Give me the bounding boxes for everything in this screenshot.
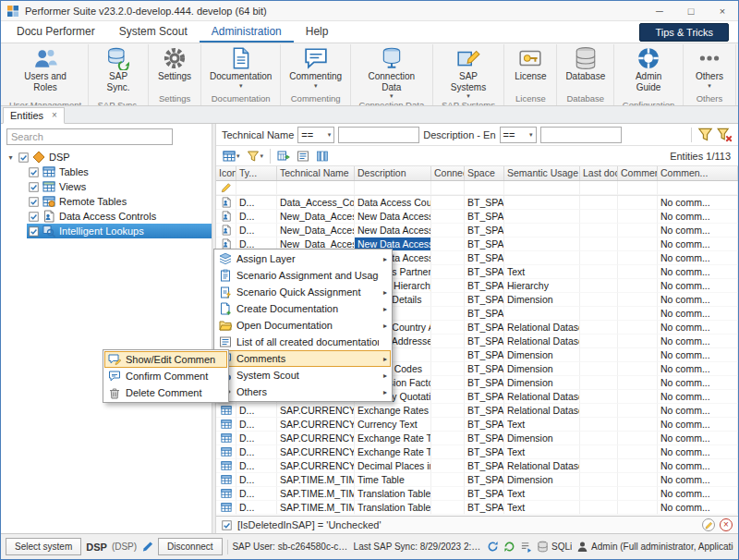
table-row[interactable]: D... New_Data_Access_ New Data Access Co… — [216, 210, 738, 224]
menu-item-show-edit-comment[interactable]: Show/Edit Comment ▸ — [104, 351, 227, 368]
menu-item-comments[interactable]: Comments ▸ — [215, 350, 391, 367]
sidebar-item-data-access-controls[interactable]: Data Access Controls — [27, 209, 212, 224]
ribbon-button-commenting[interactable]: Commenting ▾ — [285, 45, 345, 89]
ribbon-button-others[interactable]: Others ▾ — [688, 45, 731, 89]
column-header-1[interactable]: Ty... — [236, 166, 277, 180]
menu-tab-administration[interactable]: Administration — [200, 21, 294, 43]
select-system-button[interactable]: Select system — [6, 538, 81, 555]
ribbon-button-connection-data[interactable]: Connection Data ▾ — [356, 45, 428, 99]
column-chooser-button[interactable] — [314, 148, 331, 164]
checkbox-icon[interactable] — [29, 182, 39, 192]
checkbox-icon[interactable] — [29, 197, 39, 207]
checkbox-icon[interactable] — [29, 226, 39, 237]
ribbon-button-documentation[interactable]: Documentation ▾ — [206, 45, 275, 89]
column-header-3[interactable]: Description — [355, 166, 431, 180]
ribbon-button-admin-guide[interactable]: Admin Guide ▾ — [619, 45, 678, 99]
column-header-5[interactable]: Space — [465, 166, 504, 180]
view-mode-button[interactable]: ▾ — [221, 148, 242, 164]
menu-item-confirm-comment[interactable]: Confirm Comment ▸ — [104, 368, 227, 384]
tab-close-icon[interactable]: × — [52, 111, 57, 120]
clear-filter-icon[interactable] — [717, 127, 733, 142]
filter-presets-button[interactable]: ▾ — [245, 148, 266, 164]
column-header-9[interactable]: Commen... — [658, 166, 738, 180]
column-header-7[interactable]: Last doc... — [580, 166, 618, 180]
refresh-icon[interactable] — [487, 541, 499, 553]
list-view-button[interactable] — [295, 148, 311, 164]
tab-entities[interactable]: Entities × — [3, 107, 65, 124]
cell-description[interactable]: Exchange Rate Type... — [355, 432, 431, 445]
cell-description[interactable]: Translation Table - Day — [355, 487, 431, 501]
filter-expression[interactable]: [IsDeletedInSAP] = 'Unchecked' — [237, 519, 382, 530]
cell-description[interactable]: Exchange Rate Type... — [355, 445, 431, 459]
minimize-icon[interactable]: ─ — [644, 1, 675, 20]
checkbox-icon[interactable] — [18, 152, 29, 163]
cell-description[interactable]: New Data Access Co... — [355, 210, 431, 224]
table-row[interactable]: D... SAP.TIME.M_TIME_ Time Table BT_SPA.… — [216, 473, 738, 487]
cell-description[interactable]: Currency Text — [355, 418, 431, 432]
filter-field2-operator[interactable]: == ▾ — [500, 127, 537, 143]
table-row[interactable]: D... SAP.TIME.M_TIME_ Translation Table … — [216, 487, 738, 501]
close-filter-icon[interactable]: × — [720, 518, 733, 531]
table-row[interactable]: D... Data_Access_Coun Data Access Countr… — [216, 196, 738, 210]
export-button[interactable] — [275, 148, 292, 164]
ribbon-button-settings[interactable]: Settings ▾ — [153, 45, 196, 89]
table-row[interactable]: D... SAP.CURRENCY.TA Currency Text BT_SP… — [216, 418, 738, 432]
disconnect-button[interactable]: Disconnect — [158, 538, 222, 555]
ribbon-button-database[interactable]: Database ▾ — [562, 45, 609, 89]
cell-description[interactable]: Data Access Country — [355, 196, 431, 210]
menu-tab-help[interactable]: Help — [294, 21, 341, 43]
sidebar-item-remote-tables[interactable]: Remote Tables — [27, 194, 212, 209]
ribbon-button-users-and-roles[interactable]: Users and Roles ▾ — [8, 45, 82, 99]
menu-item-system-scout[interactable]: System Scout ▸ — [215, 367, 391, 383]
cell-description[interactable]: Decimal Places in Cur... — [355, 459, 431, 473]
table-row[interactable]: D... SAP.TIME.M_TIME_ Translation Table … — [216, 501, 738, 515]
menu-item-others[interactable]: Others ▸ — [215, 383, 391, 400]
sync-icon[interactable] — [503, 541, 515, 553]
table-row[interactable]: D... SAP.CURRENCY.TA Exchange Rate Type.… — [216, 432, 738, 445]
menu-item-delete-comment[interactable]: Delete Comment ▸ — [104, 384, 227, 401]
filter-field1-operator[interactable]: == ▾ — [297, 127, 334, 143]
tips-and-tricks-button[interactable]: Tips & Tricks — [639, 23, 729, 42]
sidebar-item-tables[interactable]: Tables — [27, 164, 212, 179]
menu-item-scenario-assignment-and-usage[interactable]: Scenario Assignment and Usage ▸ — [215, 267, 391, 284]
menu-item-scenario-quick-assignment[interactable]: Scenario Quick Assignment ▸ — [215, 284, 391, 300]
close-icon[interactable]: × — [707, 1, 738, 20]
tree-root-dsp[interactable]: ▾ DSP — [5, 150, 212, 164]
ribbon-button-sap-systems[interactable]: SAP Systems ▾ — [438, 45, 500, 99]
column-header-2[interactable]: Technical Name — [277, 166, 355, 180]
table-row[interactable]: D... New_Data_Access_ New Data Access Co… — [216, 224, 738, 237]
table-row[interactable]: D... SAP.CURRENCY.TA Exchange Rate Type.… — [216, 445, 738, 459]
filter-field2-input[interactable] — [540, 127, 622, 143]
menu-item-list-of-all-created-documentations[interactable]: List of all created documentations ▸ — [215, 334, 391, 350]
menu-tab-docu-performer[interactable]: Docu Performer — [5, 21, 107, 43]
checkbox-icon[interactable] — [29, 212, 39, 222]
cell-description[interactable]: Time Table — [355, 473, 431, 487]
table-row[interactable]: D... SAP.CURRENCY.TA Exchange Rates BT_S… — [216, 404, 738, 418]
sidebar-item-intelligent-lookups[interactable]: Intelligent Lookups — [27, 224, 212, 238]
menu-tab-system-scout[interactable]: System Scout — [107, 21, 200, 43]
column-header-4[interactable]: Connecti... — [431, 166, 465, 180]
column-header-8[interactable]: Commen... — [618, 166, 658, 180]
grid-new-row[interactable] — [216, 181, 738, 196]
filter-checkbox[interactable] — [222, 520, 232, 530]
maximize-icon[interactable]: □ — [675, 1, 707, 20]
expander-icon[interactable]: ▾ — [6, 153, 15, 162]
column-header-6[interactable]: Semantic Usage — [504, 166, 580, 180]
edit-filter-button[interactable] — [702, 518, 715, 531]
cell-description[interactable]: New Data Access Co... — [355, 224, 431, 237]
menu-item-open-documentation[interactable]: Open Documentation ▸ — [215, 317, 391, 334]
table-row[interactable]: D... SAP.CURRENCY.TA Decimal Places in C… — [216, 459, 738, 473]
sync-log-icon[interactable] — [520, 541, 532, 553]
cell-description[interactable]: Translation Table - ... — [355, 501, 431, 515]
filter-field1-input[interactable] — [338, 127, 419, 143]
sidebar-item-views[interactable]: Views — [27, 179, 212, 194]
menu-item-assign-layer[interactable]: Assign Layer ▸ — [215, 250, 391, 267]
column-header-0[interactable]: Icon — [216, 166, 236, 180]
ribbon-button-sap-sync[interactable]: SAP Sync. ▾ — [93, 45, 143, 99]
pen-icon[interactable] — [141, 541, 153, 553]
search-input[interactable] — [6, 128, 173, 145]
ribbon-button-license[interactable]: License ▾ — [509, 45, 551, 89]
menu-item-create-documentation[interactable]: Create Documentation ▸ — [215, 300, 391, 317]
apply-filter-icon[interactable] — [697, 127, 713, 142]
cell-description[interactable]: Exchange Rates — [355, 404, 431, 418]
